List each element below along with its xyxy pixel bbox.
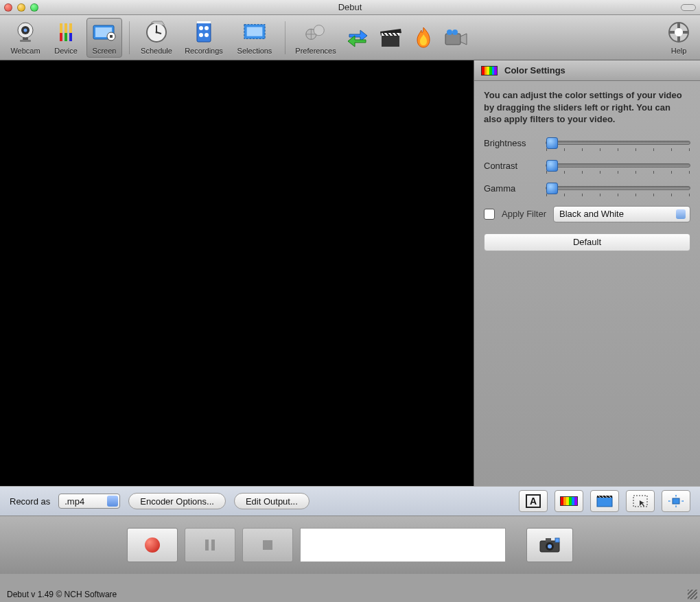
svg-rect-40 xyxy=(205,540,209,551)
record-icon xyxy=(145,537,160,553)
toolbar-screen[interactable]: Screen xyxy=(86,18,122,58)
toolbar-clapper[interactable] xyxy=(376,18,405,58)
svg-rect-22 xyxy=(197,21,211,23)
toolbar-separator xyxy=(129,21,130,54)
svg-rect-29 xyxy=(445,34,460,45)
color-settings-button[interactable] xyxy=(555,490,583,512)
text-overlay-button[interactable]: A xyxy=(519,490,548,512)
toolbar-selections[interactable]: Selections xyxy=(231,18,278,58)
monitor-clapper-icon xyxy=(596,494,614,508)
svg-point-19 xyxy=(205,26,209,30)
format-value: .mp4 xyxy=(65,496,84,507)
record-button[interactable] xyxy=(127,528,178,562)
encoder-options-label: Encoder Options... xyxy=(140,496,214,507)
region-select-button[interactable] xyxy=(626,490,655,512)
filter-select[interactable]: Black and White xyxy=(553,206,690,222)
toolbar-label: Webcam xyxy=(10,47,40,55)
toolbar-sync[interactable] xyxy=(343,18,372,58)
clapperboard-icon xyxy=(379,27,402,48)
webcam-icon xyxy=(13,20,38,45)
color-settings-panel: Color Settings You can adjust the color … xyxy=(474,60,700,486)
svg-point-18 xyxy=(199,26,203,30)
toolbar-label: Preferences xyxy=(295,47,336,55)
svg-rect-9 xyxy=(65,23,67,33)
toolbar-schedule[interactable]: Schedule xyxy=(137,18,176,58)
toolbar-separator xyxy=(285,21,285,54)
brightness-slider[interactable] xyxy=(546,141,690,145)
svg-rect-4 xyxy=(20,40,31,42)
svg-point-20 xyxy=(199,33,203,37)
gamma-slider[interactable] xyxy=(546,186,690,190)
svg-rect-47 xyxy=(555,538,559,542)
contrast-label: Contrast xyxy=(484,161,546,171)
recordings-icon xyxy=(191,20,216,45)
svg-rect-7 xyxy=(69,33,72,41)
snapshot-button[interactable] xyxy=(526,528,573,562)
toolbar-label: Recordings xyxy=(185,47,223,55)
apply-filter-checkbox[interactable] xyxy=(484,209,495,220)
default-button[interactable]: Default xyxy=(484,233,690,251)
footer: Debut v 1.49 © NCH Software xyxy=(0,587,700,602)
selection-cursor-icon xyxy=(632,494,649,508)
svg-rect-46 xyxy=(546,538,551,542)
toolbar-help[interactable]: Help xyxy=(663,18,695,58)
toolbar-label: Device xyxy=(54,47,78,55)
minimize-window-button[interactable] xyxy=(17,3,25,12)
slider-thumb[interactable] xyxy=(546,137,558,149)
preferences-icon xyxy=(303,20,328,45)
svg-rect-8 xyxy=(60,23,62,33)
toolbar-device[interactable]: Device xyxy=(49,18,82,58)
pause-button[interactable] xyxy=(185,528,235,562)
titlebar-pill[interactable] xyxy=(681,4,696,11)
expand-icon xyxy=(667,494,685,509)
flame-icon xyxy=(413,26,434,49)
toolbar-preferences[interactable]: Preferences xyxy=(292,18,339,58)
window-title: Debut xyxy=(338,2,362,12)
video-settings-button[interactable] xyxy=(590,490,619,512)
color-bars-icon xyxy=(560,496,578,506)
fullscreen-button[interactable] xyxy=(662,490,690,512)
control-bar xyxy=(0,516,700,574)
titlebar: Debut xyxy=(0,0,700,15)
pause-icon xyxy=(203,538,217,552)
screen-icon xyxy=(92,20,117,45)
camera-icon xyxy=(537,535,562,555)
svg-rect-41 xyxy=(211,540,215,551)
stop-icon xyxy=(261,539,274,551)
resize-grip[interactable] xyxy=(688,590,697,599)
toolbar-label: Screen xyxy=(93,47,117,55)
contrast-slider[interactable] xyxy=(546,163,690,167)
svg-text:A: A xyxy=(530,496,537,507)
svg-point-2 xyxy=(24,29,27,32)
svg-rect-14 xyxy=(110,35,113,38)
zoom-window-button[interactable] xyxy=(30,3,38,12)
traffic-lights xyxy=(4,3,38,12)
toolbar-label: Schedule xyxy=(141,47,172,55)
device-icon xyxy=(54,20,78,45)
schedule-icon xyxy=(144,20,169,45)
main-area: Color Settings You can adjust the color … xyxy=(0,60,700,486)
toolbar-recordings[interactable]: Recordings xyxy=(180,18,227,58)
toolbar-burn[interactable] xyxy=(409,18,438,58)
record-as-label: Record as xyxy=(10,496,50,507)
toolbar-webcam[interactable]: Webcam xyxy=(5,18,45,58)
svg-rect-5 xyxy=(60,33,62,41)
svg-rect-27 xyxy=(382,36,399,47)
format-select[interactable]: .mp4 xyxy=(58,494,120,509)
panel-header: Color Settings xyxy=(474,60,700,81)
slider-thumb[interactable] xyxy=(546,183,558,194)
toolbar-label: Selections xyxy=(237,47,272,55)
edit-output-button[interactable]: Edit Output... xyxy=(234,493,310,509)
panel-title: Color Settings xyxy=(504,65,565,76)
apply-filter-label: Apply Filter xyxy=(502,209,546,219)
svg-point-45 xyxy=(548,544,552,548)
brightness-label: Brightness xyxy=(484,138,546,148)
slider-thumb[interactable] xyxy=(546,160,558,172)
encoder-options-button[interactable]: Encoder Options... xyxy=(128,493,226,509)
toolbar-camera[interactable] xyxy=(442,18,471,58)
close-window-button[interactable] xyxy=(4,3,12,12)
arrows-exchange-icon xyxy=(345,27,370,48)
selections-icon xyxy=(242,20,267,45)
panel-description: You can adjust the color settings of you… xyxy=(484,89,690,126)
stop-button[interactable] xyxy=(242,528,293,562)
